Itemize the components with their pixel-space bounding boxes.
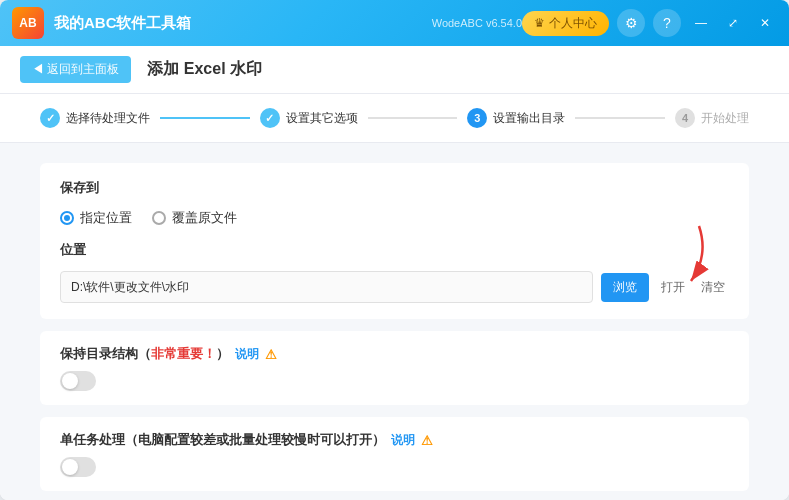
main-content: 保存到 指定位置 覆盖原文件 位置 浏览 <box>0 143 789 500</box>
title-bar: AB 我的ABC软件工具箱 WodeABC v6.54.0 ♛ 个人中心 ⚙ ?… <box>0 0 789 46</box>
steps-bar: ✓ 选择待处理文件 ✓ 设置其它选项 3 设置输出目录 4 开始处理 <box>0 94 789 143</box>
step-1: ✓ 选择待处理文件 <box>40 108 150 128</box>
single-task-toggle-row <box>60 457 729 477</box>
step-line-1 <box>160 117 250 119</box>
save-location-title: 保存到 <box>60 179 729 197</box>
single-task-section: 单任务处理（电脑配置较差或批量处理较慢时可以打开） 说明 ⚠ <box>40 417 749 491</box>
step-3-label: 设置输出目录 <box>493 110 565 127</box>
save-location-section: 保存到 指定位置 覆盖原文件 位置 浏览 <box>40 163 749 319</box>
single-task-toggle[interactable] <box>60 457 96 477</box>
keep-structure-toggle[interactable] <box>60 371 96 391</box>
maximize-button[interactable]: ⤢ <box>721 11 745 35</box>
step-1-label: 选择待处理文件 <box>66 110 150 127</box>
step-2: ✓ 设置其它选项 <box>260 108 358 128</box>
single-task-explain[interactable]: 说明 <box>391 432 415 449</box>
keep-structure-toggle-row <box>60 371 729 391</box>
step-3: 3 设置输出目录 <box>467 108 565 128</box>
clear-button[interactable]: 清空 <box>697 279 729 296</box>
browse-button[interactable]: 浏览 <box>601 273 649 302</box>
open-button[interactable]: 打开 <box>657 279 689 296</box>
keep-structure-section: 保持目录结构（非常重要！） 说明 ⚠ <box>40 331 749 405</box>
single-task-label: 单任务处理（电脑配置较差或批量处理较慢时可以打开） <box>60 431 385 449</box>
crown-icon: ♛ <box>534 16 545 30</box>
keep-structure-label: 保持目录结构（非常重要！） <box>60 345 229 363</box>
step-2-circle: ✓ <box>260 108 280 128</box>
app-window: AB 我的ABC软件工具箱 WodeABC v6.54.0 ♛ 个人中心 ⚙ ?… <box>0 0 789 500</box>
position-subsection: 位置 浏览 打开 清空 <box>60 241 729 303</box>
back-button[interactable]: ◀ 返回到主面板 <box>20 56 131 83</box>
content-area: ◀ 返回到主面板 添加 Excel 水印 ✓ 选择待处理文件 ✓ 设置其它选项 … <box>0 46 789 500</box>
location-input[interactable] <box>60 271 593 303</box>
app-name: 我的ABC软件工具箱 <box>54 14 426 33</box>
app-logo: AB <box>12 7 44 39</box>
app-version: WodeABC v6.54.0 <box>432 17 522 29</box>
step-1-circle: ✓ <box>40 108 60 128</box>
save-option-overwrite[interactable]: 覆盖原文件 <box>152 209 237 227</box>
minimize-button[interactable]: — <box>689 11 713 35</box>
vip-button[interactable]: ♛ 个人中心 <box>522 11 609 36</box>
single-task-warn-icon: ⚠ <box>421 433 433 448</box>
radio-specified <box>60 211 74 225</box>
step-4-label: 开始处理 <box>701 110 749 127</box>
save-options-group: 指定位置 覆盖原文件 <box>60 209 729 227</box>
close-button[interactable]: ✕ <box>753 11 777 35</box>
step-2-label: 设置其它选项 <box>286 110 358 127</box>
step-3-circle: 3 <box>467 108 487 128</box>
position-title: 位置 <box>60 241 729 259</box>
page-header: ◀ 返回到主面板 添加 Excel 水印 <box>0 46 789 94</box>
keep-structure-explain[interactable]: 说明 <box>235 346 259 363</box>
keep-structure-warn-icon: ⚠ <box>265 347 277 362</box>
radio-overwrite <box>152 211 166 225</box>
step-4-circle: 4 <box>675 108 695 128</box>
location-row: 浏览 打开 清空 <box>60 271 729 303</box>
step-line-2 <box>368 117 458 119</box>
save-option-specified[interactable]: 指定位置 <box>60 209 132 227</box>
title-bar-right: ♛ 个人中心 ⚙ ? — ⤢ ✕ <box>522 9 777 37</box>
keep-structure-label-row: 保持目录结构（非常重要！） 说明 ⚠ <box>60 345 729 363</box>
help-icon-btn[interactable]: ? <box>653 9 681 37</box>
page-title: 添加 Excel 水印 <box>147 59 262 80</box>
single-task-label-row: 单任务处理（电脑配置较差或批量处理较慢时可以打开） 说明 ⚠ <box>60 431 729 449</box>
step-4: 4 开始处理 <box>675 108 749 128</box>
step-line-3 <box>575 117 665 119</box>
settings-icon-btn[interactable]: ⚙ <box>617 9 645 37</box>
